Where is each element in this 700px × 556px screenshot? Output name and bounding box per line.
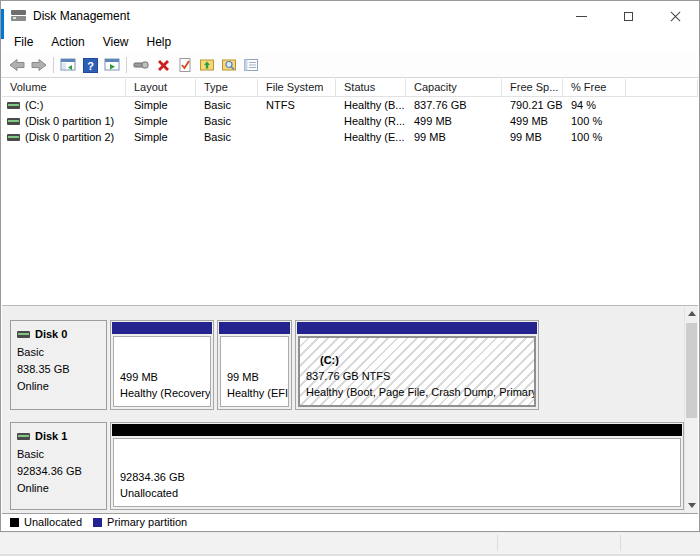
configure-icon[interactable]	[130, 54, 152, 76]
table-row[interactable]: (Disk 0 partition 2)SimpleBasicHealthy (…	[2, 129, 698, 145]
table-cell: 100 %	[563, 129, 626, 145]
legend-label: Primary partition	[107, 516, 187, 528]
partition-status: Healthy (Boot, Page File, Crash Dump, Pr…	[306, 384, 529, 400]
partition-size: 99 MB	[227, 369, 283, 385]
disk-type: Basic	[17, 446, 100, 463]
vertical-scrollbar[interactable]	[684, 306, 698, 515]
window-accent-edge	[1, 9, 4, 39]
partition-color-bar	[112, 322, 212, 334]
table-cell	[626, 129, 698, 145]
disk-size: 92834.36 GB	[17, 463, 100, 480]
delete-icon[interactable]	[152, 54, 174, 76]
column-header-file-system[interactable]: File System	[258, 79, 336, 97]
disk-size: 838.35 GB	[17, 361, 100, 378]
table-cell: Healthy (B...	[336, 97, 406, 113]
back-icon[interactable]	[6, 54, 28, 76]
table-row[interactable]: (C:)SimpleBasicNTFSHealthy (B...837.76 G…	[2, 97, 698, 113]
partition-body[interactable]: (C:)837.76 GB NTFSHealthy (Boot, Page Fi…	[298, 336, 536, 407]
minimize-icon	[576, 16, 587, 17]
folder-search-icon[interactable]	[218, 54, 240, 76]
scroll-up-icon[interactable]	[685, 306, 698, 321]
partition-size: 837.76 GB NTFS	[306, 368, 529, 384]
column-header-layout[interactable]: Layout	[126, 79, 196, 97]
table-cell: Simple	[126, 129, 196, 145]
column-header-status[interactable]: Status	[336, 79, 406, 97]
show-action-pane-icon[interactable]	[101, 54, 123, 76]
partition-status: Healthy (EFI S	[227, 385, 283, 401]
disk-type: Basic	[17, 344, 100, 361]
help-icon[interactable]: ?	[79, 54, 101, 76]
volume-icon	[7, 102, 20, 109]
column-header-type[interactable]: Type	[196, 79, 258, 97]
toolbar-separator	[53, 57, 54, 73]
table-cell	[626, 113, 698, 129]
column-header-capacity[interactable]: Capacity	[406, 79, 502, 97]
scrollbar-thumb[interactable]	[686, 323, 697, 418]
partition-body[interactable]: 499 MBHealthy (Recovery	[113, 336, 211, 407]
partition-box[interactable]: 99 MBHealthy (EFI S	[217, 320, 292, 410]
partition-status: Healthy (Recovery	[120, 385, 205, 401]
table-cell: Simple	[126, 113, 196, 129]
table-cell: 99 MB	[406, 129, 502, 145]
legend-swatch	[93, 518, 102, 527]
volume-list: Volume Layout Type File System Status Ca…	[2, 79, 698, 305]
folder-up-icon[interactable]	[196, 54, 218, 76]
partition-box[interactable]: 499 MBHealthy (Recovery	[110, 320, 214, 410]
disk-management-app-icon	[11, 10, 26, 22]
table-cell: Basic	[196, 129, 258, 145]
column-header-free-space[interactable]: Free Sp...	[502, 79, 563, 97]
legend-swatch	[10, 518, 19, 527]
volume-icon	[7, 118, 20, 125]
forward-icon[interactable]	[28, 54, 50, 76]
disk-icon	[17, 433, 30, 440]
properties-icon[interactable]	[240, 54, 262, 76]
table-cell: Healthy (R...	[336, 113, 406, 129]
show-console-tree-icon[interactable]	[57, 54, 79, 76]
volume-cell: (Disk 0 partition 2)	[2, 129, 126, 145]
title-bar: Disk Management	[1, 1, 699, 31]
partition-label: (C:)	[306, 352, 529, 368]
partition-box[interactable]: (C:)837.76 GB NTFSHealthy (Boot, Page Fi…	[295, 320, 539, 410]
partition-status: Unallocated	[120, 485, 675, 501]
table-cell: NTFS	[258, 97, 336, 113]
volume-table-body: (C:)SimpleBasicNTFSHealthy (B...837.76 G…	[2, 97, 698, 145]
toolbar-separator	[126, 57, 127, 73]
partition-body[interactable]: 99 MBHealthy (EFI S	[220, 336, 289, 407]
minimize-button[interactable]	[558, 1, 605, 31]
menu-view[interactable]: View	[94, 32, 138, 52]
volume-name: (Disk 0 partition 1)	[25, 113, 114, 129]
partition-body[interactable]: 92834.36 GBUnallocated	[113, 438, 681, 507]
maximize-button[interactable]	[605, 1, 652, 31]
menu-action[interactable]: Action	[42, 32, 93, 52]
disk-management-window: Disk Management File Action View Help ?	[0, 0, 700, 532]
toolbar: ?	[1, 53, 699, 78]
menu-bar: File Action View Help	[1, 31, 699, 53]
volume-table-header: Volume Layout Type File System Status Ca…	[2, 79, 698, 97]
column-header-volume[interactable]: Volume	[2, 79, 126, 97]
maximize-icon	[624, 12, 633, 21]
table-cell	[258, 113, 336, 129]
disk-status: Online	[17, 480, 100, 497]
background-area	[0, 533, 700, 556]
check-document-icon[interactable]	[174, 54, 196, 76]
partition-box[interactable]: 92834.36 GBUnallocated	[110, 422, 684, 510]
table-cell: Healthy (E...	[336, 129, 406, 145]
partition-size: 92834.36 GB	[120, 469, 675, 485]
scroll-down-icon[interactable]	[685, 498, 698, 513]
table-row[interactable]: (Disk 0 partition 1)SimpleBasicHealthy (…	[2, 113, 698, 129]
volume-name: (C:)	[25, 97, 43, 113]
window-title: Disk Management	[33, 9, 130, 23]
disk-label-1[interactable]: Disk 1Basic92834.36 GBOnline	[10, 422, 107, 510]
column-header-pct-free[interactable]: % Free	[563, 79, 626, 97]
graph-pane: Disk 0Basic838.35 GBOnline499 MBHealthy …	[2, 305, 698, 515]
partition-size: 499 MB	[120, 369, 205, 385]
disk-name-text: Disk 0	[35, 326, 67, 343]
volume-cell: (C:)	[2, 97, 126, 113]
table-cell: Simple	[126, 97, 196, 113]
menu-file[interactable]: File	[5, 32, 42, 52]
legend-item: Unallocated	[10, 516, 82, 528]
disk-label-0[interactable]: Disk 0Basic838.35 GBOnline	[10, 320, 107, 410]
close-button[interactable]	[652, 1, 699, 31]
menu-help[interactable]: Help	[138, 32, 181, 52]
legend-bar: UnallocatedPrimary partition	[2, 513, 698, 530]
